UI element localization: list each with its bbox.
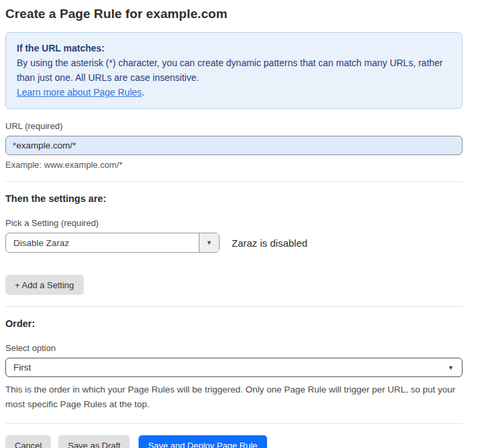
url-match-info-box: If the URL matches: By using the asteris… [5,32,463,109]
order-select-label: Select option [5,343,463,353]
cancel-button[interactable]: Cancel [5,435,51,448]
order-helper-text: This is the order in which your Page Rul… [5,382,458,412]
divider [5,423,463,424]
link-period: . [142,87,145,98]
setting-row: Disable Zaraz ▼ Zaraz is disabled [5,233,463,253]
info-box-heading: If the URL matches: [17,41,451,55]
info-box-link-line: Learn more about Page Rules. [17,85,451,100]
info-box-body: By using the asterisk (*) character, you… [17,55,451,85]
page-rule-form: Create a Page Rule for example.com If th… [0,0,463,448]
url-input[interactable] [5,136,463,155]
setting-dropdown-button[interactable]: ▼ [199,233,219,252]
settings-section-heading: Then the settings are: [5,193,463,204]
chevron-down-icon: ▼ [206,239,212,246]
setting-status-text: Zaraz is disabled [232,237,307,249]
chevron-down-icon: ▼ [448,364,454,371]
order-select-value: First [13,362,31,372]
pick-setting-label: Pick a Setting (required) [5,218,463,228]
order-select[interactable]: First ▼ [5,358,463,377]
divider [5,181,463,182]
url-field-helper: Example: www.example.com/* [5,160,463,170]
learn-more-link[interactable]: Learn more about Page Rules [17,87,142,98]
add-setting-button[interactable]: + Add a Setting [5,275,84,295]
setting-dropdown[interactable]: Disable Zaraz ▼ [5,233,220,253]
divider [5,306,463,307]
save-deploy-button[interactable]: Save and Deploy Page Rule [139,435,266,448]
order-section-heading: Order: [5,318,463,329]
setting-dropdown-value: Disable Zaraz [6,233,199,252]
url-field-label: URL (required) [5,121,463,131]
footer-actions: Cancel Save as Draft Save and Deploy Pag… [5,435,463,448]
page-title: Create a Page Rule for example.com [5,7,463,21]
save-draft-button[interactable]: Save as Draft [58,435,130,448]
